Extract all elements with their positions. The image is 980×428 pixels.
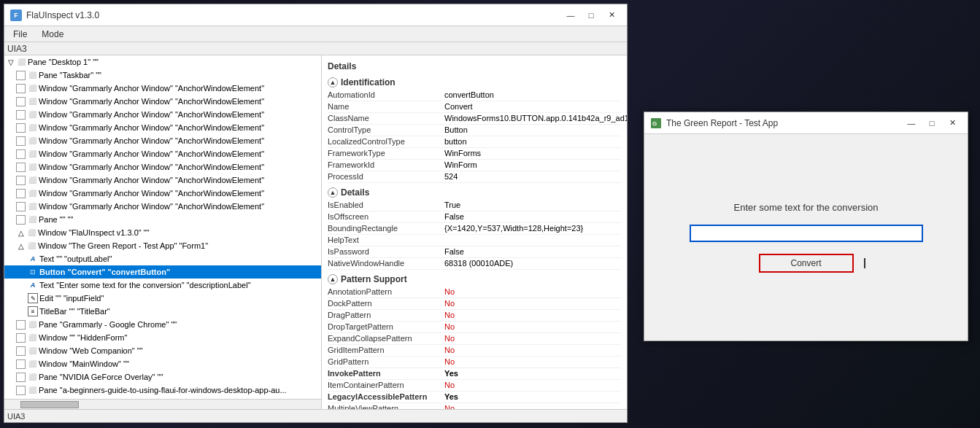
key-frameworkid: FrameworkId	[328, 160, 444, 169]
checkbox[interactable]	[16, 136, 26, 146]
input-field[interactable]	[690, 225, 923, 242]
scrollbar-thumb[interactable]	[20, 401, 79, 408]
pane-icon: ⬜	[16, 57, 26, 67]
collapse-details[interactable]: ▲	[328, 187, 338, 198]
green-maximize-button[interactable]: □	[922, 116, 941, 131]
checkbox[interactable]	[16, 84, 26, 93]
key-dockpattern: DockPattern	[328, 299, 444, 308]
val-dockpattern: No	[444, 299, 621, 308]
checkbox[interactable]	[16, 176, 26, 185]
tree-item[interactable]: ⬜ Window "" "HiddenForm"	[4, 331, 321, 344]
tree-item[interactable]: ⬜ Window "Grammarly Anchor Window" "Anch…	[4, 82, 321, 95]
details-panel: Details ▲ Identification AutomationId co…	[322, 55, 627, 409]
key-processid: ProcessId	[328, 172, 444, 181]
key-isoffscreen: IsOffscreen	[328, 212, 444, 221]
tree-item[interactable]: ⬜ Window "Grammarly Anchor Window" "Anch…	[4, 147, 321, 160]
key-nativewindowhandle: NativeWindowHandle	[328, 259, 444, 268]
tree-item[interactable]: ⬜ Window "Grammarly Anchor Window" "Anch…	[4, 160, 321, 174]
tree-item[interactable]: ✎ Edit "" "inputField"	[4, 292, 321, 305]
checkbox[interactable]	[16, 71, 26, 80]
close-button[interactable]: ✕	[602, 8, 621, 23]
window-icon: ⬜	[27, 188, 37, 198]
tree-item[interactable]: ⬜ Window "Grammarly Anchor Window" "Anch…	[4, 200, 321, 213]
checkbox[interactable]	[16, 359, 26, 369]
details-row-legacyaccessiblepattern: LegacyIAccessiblePattern Yes	[328, 392, 621, 403]
collapse-pattern[interactable]: ▲	[328, 274, 338, 284]
tree-item[interactable]: ≡ TitleBar "" "TitleBar"	[4, 305, 321, 318]
uia-label-text: UIA3	[7, 44, 27, 54]
tree-item[interactable]: △ ⬜ Window "FlaUInspect v1.3.0" ""	[4, 226, 321, 239]
checkbox[interactable]	[16, 123, 26, 133]
pane-icon: ⬜	[27, 385, 37, 395]
collapse-identification[interactable]: ▲	[328, 77, 338, 87]
checkbox[interactable]	[16, 163, 26, 172]
green-report-icon: G	[650, 117, 662, 129]
green-close-button[interactable]: ✕	[943, 116, 962, 131]
val-localizedcontroltype: button	[444, 137, 621, 146]
tree-item[interactable]: ⬜ Window "Grammarly Anchor Window" "Anch…	[4, 95, 321, 108]
details-row-multipleviewpattern: MultipleViewPattern No	[328, 403, 621, 409]
mode-menu[interactable]: Mode	[36, 28, 69, 41]
tree-item-selected[interactable]: ⊡ Button "Convert" "convertButton"	[4, 265, 321, 279]
key-boundingrect: BoundingRectangle	[328, 224, 444, 233]
val-annotationpattern: No	[444, 287, 621, 296]
tree-item[interactable]: ⬜ Pane "" ""	[4, 213, 321, 226]
tree-item[interactable]: ⬜ Window "Grammarly Anchor Window" "Anch…	[4, 174, 321, 187]
val-ispassword: False	[444, 247, 621, 256]
key-legacyaccessiblepattern: LegacyIAccessiblePattern	[328, 392, 444, 401]
details-row-dockpattern: DockPattern No	[328, 298, 621, 310]
edit-icon: ✎	[28, 293, 38, 303]
tree-item[interactable]: ⬜ Window "Grammarly Anchor Window" "Anch…	[4, 134, 321, 147]
details-row-helptext: HelpText	[328, 235, 621, 246]
tree-item[interactable]: ⬜ Pane "NVIDIA GeForce Overlay" ""	[4, 370, 321, 384]
tree-item[interactable]: A Text "" "outputLabel"	[4, 252, 321, 265]
tree-item[interactable]: △ ⬜ Window "The Green Report - Test App"…	[4, 239, 321, 252]
key-multipleviewpattern: MultipleViewPattern	[328, 404, 444, 409]
tree-item[interactable]: ⬜ Pane "Grammarly - Google Chrome" ""	[4, 318, 321, 331]
details-row-isenabled: IsEnabled True	[328, 200, 621, 211]
window-icon: ⬜	[27, 359, 37, 369]
tree-item[interactable]: ⬜ Window "Grammarly Anchor Window" "Anch…	[4, 187, 321, 200]
cursor-indicator	[864, 258, 865, 268]
maximize-button[interactable]: □	[582, 8, 601, 23]
key-ispassword: IsPassword	[328, 247, 444, 256]
file-menu[interactable]: File	[7, 28, 33, 41]
tree-item[interactable]: ⬜ Pane "a-beginners-guide-to-using-flaui…	[4, 384, 321, 397]
val-griditempattern: No	[444, 346, 621, 354]
tree-item[interactable]: ⬜ Window "MainWindow" ""	[4, 357, 321, 370]
tree-item[interactable]: A Text "Enter some text for the conversi…	[4, 279, 321, 292]
tree-item[interactable]: ▽ ⬜ Pane "Desktop 1" ""	[4, 55, 321, 69]
checkbox[interactable]	[16, 202, 26, 211]
key-droptargetpattern: DropTargetPattern	[328, 322, 444, 331]
val-itemcontainerpattern: No	[444, 381, 621, 389]
tree-item[interactable]: ⬜ Window "Web Companion" ""	[4, 344, 321, 357]
checkbox[interactable]	[16, 149, 26, 159]
checkbox[interactable]	[16, 373, 26, 382]
tree-item[interactable]: ⬜ Pane "Taskbar" ""	[4, 69, 321, 82]
minimize-button[interactable]: —	[561, 8, 580, 23]
tree-item[interactable]: ⬜ Window "Grammarly Anchor Window" "Anch…	[4, 121, 321, 134]
key-dragpattern: DragPattern	[328, 311, 444, 319]
horizontal-scrollbar[interactable]	[4, 399, 321, 409]
tree-scroll[interactable]: ▽ ⬜ Pane "Desktop 1" "" ⬜ Pane "Taskbar"…	[4, 55, 321, 399]
checkbox[interactable]	[16, 346, 26, 356]
checkbox[interactable]	[16, 97, 26, 106]
details-row-isoffscreen: IsOffscreen False	[328, 211, 621, 223]
checkbox[interactable]	[16, 110, 26, 120]
window-icon: ⬜	[27, 122, 37, 133]
tree-item[interactable]: ⬜ Window "Grammarly Anchor Window" "Anch…	[4, 108, 321, 121]
val-boundingrect: {X=1420,Y=537,Width=128,Height=23}	[444, 224, 621, 233]
expand-icon: ▽	[6, 57, 16, 67]
green-minimize-button[interactable]: —	[902, 116, 921, 131]
checkbox[interactable]	[16, 215, 26, 225]
checkbox[interactable]	[16, 386, 26, 395]
checkbox[interactable]	[16, 333, 26, 343]
checkbox[interactable]	[16, 320, 26, 330]
key-isenabled: IsEnabled	[328, 201, 444, 209]
identification-label: Identification	[341, 77, 396, 87]
details-scroll[interactable]: Details ▲ Identification AutomationId co…	[322, 55, 627, 409]
checkbox[interactable]	[16, 189, 26, 198]
val-name: Convert	[444, 102, 621, 111]
convert-button[interactable]: Convert	[759, 254, 854, 273]
window-icon: ⬜	[27, 96, 37, 106]
